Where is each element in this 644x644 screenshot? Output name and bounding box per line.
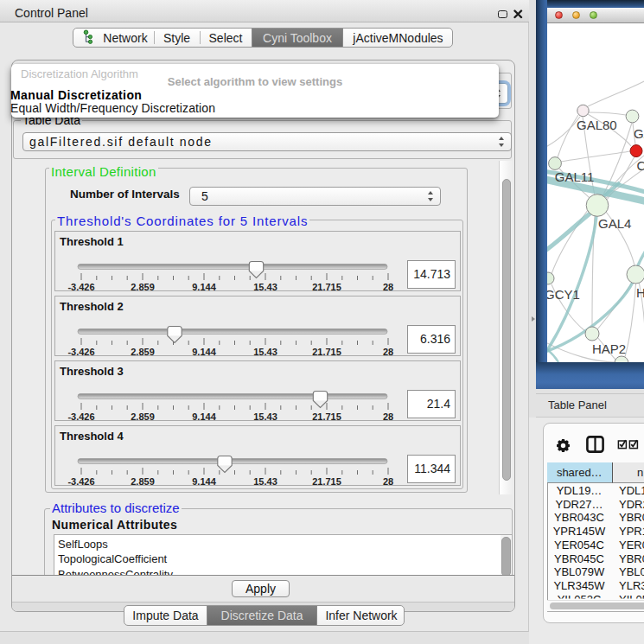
svg-text:28: 28	[383, 282, 393, 292]
svg-text:HAP2: HAP2	[592, 341, 626, 356]
svg-text:2.859: 2.859	[131, 282, 155, 292]
svg-text:15.43: 15.43	[253, 476, 277, 487]
svg-text:2.859: 2.859	[131, 476, 155, 487]
svg-text:GA: GA	[634, 126, 644, 141]
svg-text:15.43: 15.43	[253, 411, 277, 422]
svg-text:2.859: 2.859	[131, 411, 155, 422]
svg-text:C: C	[637, 158, 644, 173]
svg-text:15.43: 15.43	[253, 282, 277, 292]
svg-text:GCY1: GCY1	[547, 287, 580, 302]
svg-text:GAL4: GAL4	[598, 216, 631, 231]
svg-text:-3.426: -3.426	[67, 282, 94, 292]
svg-text:15.43: 15.43	[253, 347, 277, 357]
svg-text:2.859: 2.859	[131, 347, 155, 357]
svg-text:28: 28	[383, 476, 393, 487]
svg-text:9.144: 9.144	[192, 282, 216, 292]
svg-text:28: 28	[383, 347, 393, 357]
svg-text:21.715: 21.715	[312, 476, 341, 487]
svg-text:9.144: 9.144	[192, 347, 216, 357]
svg-text:21.715: 21.715	[312, 347, 341, 357]
svg-text:-3.426: -3.426	[67, 411, 94, 422]
svg-text:28: 28	[383, 411, 393, 422]
svg-text:21.715: 21.715	[312, 411, 341, 422]
svg-text:GAL11: GAL11	[555, 169, 595, 184]
svg-text:GAL80: GAL80	[577, 118, 617, 132]
svg-text:9.144: 9.144	[192, 476, 216, 487]
svg-text:21.715: 21.715	[312, 282, 341, 292]
svg-text:-3.426: -3.426	[67, 476, 94, 487]
svg-text:-3.426: -3.426	[67, 347, 94, 357]
svg-text:H: H	[636, 285, 644, 300]
svg-text:9.144: 9.144	[192, 411, 216, 422]
